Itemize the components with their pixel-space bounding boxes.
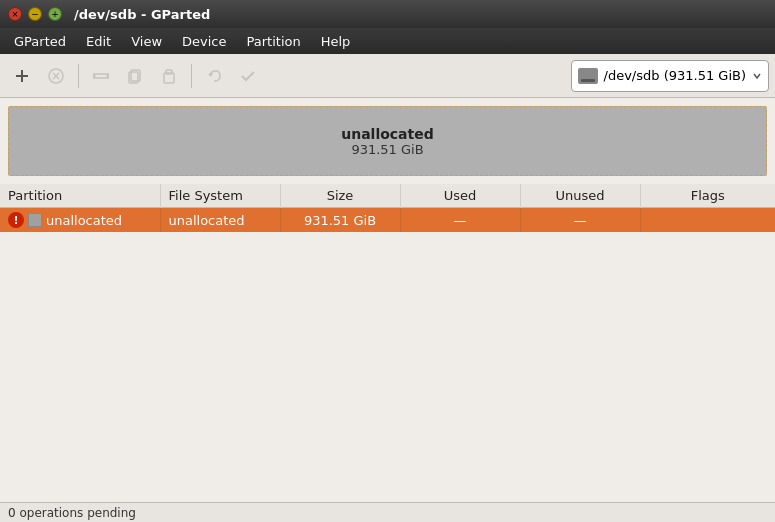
menu-partition[interactable]: Partition <box>237 31 311 52</box>
cell-partition: ! unallocated <box>0 208 160 233</box>
disk-visual-label: unallocated <box>341 126 434 142</box>
fs-icon <box>28 213 42 227</box>
warning-icon: ! <box>8 212 24 228</box>
col-header-used: Used <box>400 184 520 208</box>
svg-rect-1 <box>21 70 23 82</box>
device-label: /dev/sdb (931.51 GiB) <box>604 68 746 83</box>
chevron-down-icon <box>752 71 762 81</box>
remove-button[interactable] <box>40 60 72 92</box>
col-header-filesystem: File System <box>160 184 280 208</box>
menu-edit[interactable]: Edit <box>76 31 121 52</box>
partitions-table: Partition File System Size Used Unused F… <box>0 184 775 232</box>
window-title: /dev/sdb - GParted <box>74 7 210 22</box>
close-button[interactable]: × <box>8 7 22 21</box>
disk-visual-size: 931.51 GiB <box>351 142 423 157</box>
cell-used: — <box>400 208 520 233</box>
new-button[interactable] <box>6 60 38 92</box>
toolbar-separator-2 <box>191 64 192 88</box>
device-selector[interactable]: /dev/sdb (931.51 GiB) <box>571 60 769 92</box>
toolbar-separator-1 <box>78 64 79 88</box>
svg-rect-5 <box>94 74 108 78</box>
cell-flags <box>640 208 775 233</box>
toolbar: /dev/sdb (931.51 GiB) <box>0 54 775 98</box>
col-header-size: Size <box>280 184 400 208</box>
table-row[interactable]: ! unallocated unallocated 931.51 GiB — — <box>0 208 775 233</box>
menubar: GParted Edit View Device Partition Help <box>0 28 775 54</box>
undo-button[interactable] <box>198 60 230 92</box>
svg-rect-9 <box>166 70 172 74</box>
menu-device[interactable]: Device <box>172 31 236 52</box>
col-header-unused: Unused <box>520 184 640 208</box>
col-header-partition: Partition <box>0 184 160 208</box>
menu-view[interactable]: View <box>121 31 172 52</box>
cell-filesystem: unallocated <box>160 208 280 233</box>
table-header-row: Partition File System Size Used Unused F… <box>0 184 775 208</box>
disk-icon <box>578 68 598 84</box>
partition-name: unallocated <box>46 213 122 228</box>
disk-visual: unallocated 931.51 GiB <box>8 106 767 176</box>
col-header-flags: Flags <box>640 184 775 208</box>
maximize-button[interactable]: + <box>48 7 62 21</box>
titlebar: × − + /dev/sdb - GParted <box>0 0 775 28</box>
cell-unused: — <box>520 208 640 233</box>
copy-button[interactable] <box>119 60 151 92</box>
menu-gparted[interactable]: GParted <box>4 31 76 52</box>
resize-button[interactable] <box>85 60 117 92</box>
paste-button[interactable] <box>153 60 185 92</box>
minimize-button[interactable]: − <box>28 7 42 21</box>
partition-table: Partition File System Size Used Unused F… <box>0 184 775 502</box>
menu-help[interactable]: Help <box>311 31 361 52</box>
apply-button[interactable] <box>232 60 264 92</box>
status-text: 0 operations pending <box>8 506 136 520</box>
cell-size: 931.51 GiB <box>280 208 400 233</box>
statusbar: 0 operations pending <box>0 502 775 522</box>
